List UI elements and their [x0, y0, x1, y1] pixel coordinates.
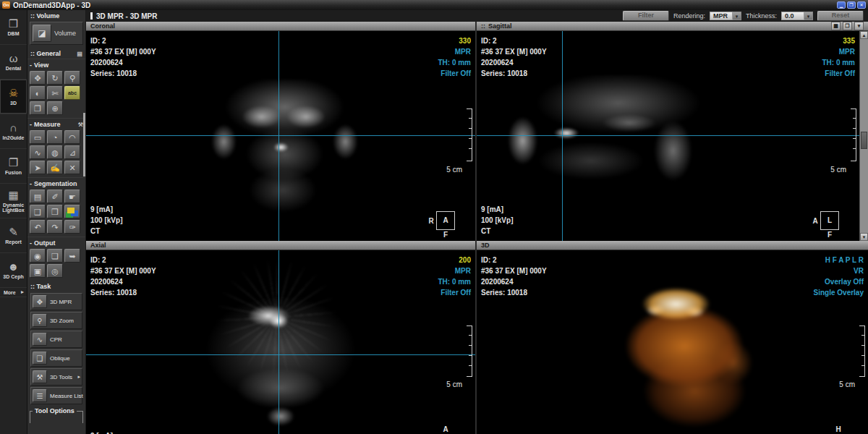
protractor-tool[interactable]: ◠	[64, 130, 80, 144]
burn-cd-tool[interactable]: ◎	[47, 264, 63, 278]
coronal-vertical-crosshair[interactable]	[278, 31, 279, 241]
brightness-contrast-tool[interactable]: ◐	[30, 86, 46, 100]
task-oblique[interactable]: ❑Oblique	[30, 349, 82, 367]
tab-marker	[90, 12, 93, 20]
axial-header[interactable]: Axial	[86, 241, 475, 250]
active-tab-label[interactable]: 3D MPR - 3D MPR	[96, 12, 157, 20]
head-profile-icon: ☻	[8, 261, 20, 273]
measure-subsection-header[interactable]: -Measure ⚒	[27, 118, 85, 129]
sidebar-item-lightbox[interactable]: ▦Dynamic LightBox	[0, 184, 27, 218]
axial-canvas[interactable]: ID: 2#36 37 EX [M] 000Y20200624Series: 1…	[86, 250, 475, 434]
rendering-select[interactable]: MPR ▾	[710, 12, 741, 20]
overlay-tool[interactable]: ❐	[30, 101, 46, 115]
angle-tool[interactable]: ⊿	[64, 145, 80, 159]
capture-tool[interactable]: ◉	[30, 249, 46, 263]
annotation-tool[interactable]: abc	[64, 86, 80, 100]
window-controls: ▁❐✕	[837, 1, 866, 9]
crop-tool[interactable]: ❑	[30, 205, 46, 218]
task-3d-zoom[interactable]: ⚲3D Zoom	[30, 312, 82, 329]
rotate-tool[interactable]: ↻	[47, 71, 63, 85]
guide-arch-icon: ∩	[9, 122, 17, 134]
undo-seg-tool[interactable]: ↶	[30, 220, 46, 234]
volume-crop-tool[interactable]: ❒	[47, 205, 63, 218]
delete-measure-tool[interactable]: ✕	[64, 161, 80, 174]
knife-tool[interactable]: ✐	[47, 190, 63, 203]
close-button[interactable]: ✕	[857, 1, 866, 9]
tool-panel-scrollbar[interactable]	[83, 113, 85, 176]
3d-canvas[interactable]: ID: 2#36 37 EX [M] 000Y20200624Series: 1…	[477, 250, 868, 434]
sidebar-item-in2guide[interactable]: ∩In2Guide	[0, 114, 27, 149]
output-subsection-header[interactable]: -Output	[27, 237, 85, 247]
sagittal-canvas[interactable]: ID: 2#36 37 EX [M] 000Y20200624Series: 1…	[477, 31, 868, 241]
task-3d-mpr[interactable]: ✥3D MPR	[30, 293, 82, 310]
color-mask-tool[interactable]	[64, 205, 80, 218]
drag-handle-icon[interactable]: ::	[481, 22, 485, 30]
submenu-arrow-icon: ▸	[77, 374, 80, 380]
dropdown-arrow-icon[interactable]: ▾	[733, 12, 741, 20]
sidebar-item-report[interactable]: ✎Report	[0, 218, 27, 253]
3d-header[interactable]: 3D	[477, 241, 868, 250]
measure-tools-icon[interactable]: ⚒	[78, 122, 83, 128]
copy-tool[interactable]: ❏	[47, 249, 63, 263]
sidebar-item-fusion[interactable]: ❐Fusion	[0, 149, 27, 184]
view-subsection-header[interactable]: -View	[27, 59, 85, 69]
task-cpr[interactable]: ∿CPR	[30, 331, 82, 348]
axial-horizontal-crosshair[interactable]	[86, 354, 475, 355]
layout-menu-icon[interactable]: ▾	[854, 22, 864, 30]
viewport-sagittal: :: Sagittal ▦❐▾ ID: 2#36 37 EX [M] 000Y2…	[477, 22, 868, 241]
sidebar-item-more[interactable]: More▸	[0, 288, 27, 297]
sidebar-item-dbm[interactable]: ❒DBM	[0, 10, 27, 45]
sagittal-header[interactable]: :: Sagittal ▦❐▾	[477, 22, 868, 31]
swap-layout-icon[interactable]: ❐	[843, 22, 852, 30]
volume-cube-icon: ◪	[33, 25, 51, 42]
pan-tool[interactable]: ✥	[30, 71, 46, 85]
note-tool[interactable]: ✍	[47, 161, 63, 174]
region-grow-tool[interactable]: ☛	[64, 190, 80, 203]
threshold-tool[interactable]: ▤	[30, 190, 46, 203]
restore-button[interactable]: ❐	[847, 1, 856, 9]
reset-button[interactable]: Reset	[817, 11, 864, 21]
reset-orientation-tool[interactable]: ⊕	[47, 101, 63, 115]
segmentation-subsection-header[interactable]: -Segmentation	[27, 177, 85, 188]
measure-tool-grid: ▭◔◠∿◍⊿➤✍✕	[27, 129, 85, 177]
minimize-button[interactable]: ▁	[837, 1, 846, 9]
select-measure-tool[interactable]: ➤	[30, 161, 46, 174]
task-3d-tools[interactable]: ⚒3D Tools▸	[30, 368, 82, 386]
viewport-coronal: Coronal ID: 2#36 37 EX [M] 000Y20200624S…	[86, 22, 475, 241]
dropdown-arrow-icon[interactable]: ▾	[804, 12, 813, 20]
filter-button[interactable]: Filter	[623, 11, 669, 21]
coronal-header[interactable]: Coronal	[86, 22, 475, 31]
general-panel-icon[interactable]: ▤	[77, 51, 82, 57]
sagittal-slice-scrollbar[interactable]: ▲ ▼	[859, 31, 868, 241]
area-tool[interactable]: ◔	[47, 130, 63, 144]
sidebar-item-dental[interactable]: ωDental	[0, 45, 27, 80]
task-measure-list[interactable]: ☰Measure List	[30, 387, 82, 404]
sagittal-vertical-crosshair[interactable]	[562, 31, 563, 241]
zoom-tool[interactable]: ⚲	[64, 71, 80, 85]
task-list: ✥3D MPR⚲3D Zoom∿CPR❑Oblique⚒3D Tools▸☰Me…	[27, 293, 85, 404]
sagittal-horizontal-crosshair[interactable]	[477, 135, 859, 136]
volume-button[interactable]: ◪ Volume	[30, 22, 83, 45]
thickness-select[interactable]: 0.0 ▾	[781, 12, 813, 20]
sidebar-item-3d[interactable]: ☠3D	[0, 80, 27, 114]
sculpt-tool[interactable]: ✑	[64, 220, 80, 234]
sidebar-item-3dceph[interactable]: ☻3D Ceph	[0, 253, 27, 288]
export-tool[interactable]: ➥	[64, 249, 80, 263]
list-icon: ☰	[33, 389, 47, 402]
coronal-canvas[interactable]: ID: 2#36 37 EX [M] 000Y20200624Series: 1…	[86, 31, 475, 241]
ruler-tool[interactable]: ▭	[30, 130, 46, 144]
redo-seg-tool[interactable]: ↷	[47, 220, 63, 234]
axial-vertical-crosshair[interactable]	[278, 250, 279, 434]
coronal-horizontal-crosshair[interactable]	[86, 135, 475, 136]
profile-tool[interactable]: ∿	[30, 145, 46, 159]
sphere-measure-tool[interactable]: ◍	[47, 145, 63, 159]
sagittal-acquisition-info: 9 [mA]100 [kVp]CT	[481, 204, 513, 237]
layout-grid-icon[interactable]: ▦	[831, 22, 841, 30]
print-tool[interactable]: ▣	[30, 264, 46, 278]
3d-orientation-cube: H	[829, 425, 848, 434]
sagittal-scale-bar	[851, 109, 856, 161]
windowing-tool[interactable]: ✄	[47, 86, 63, 100]
coronal-ct-image	[195, 80, 374, 218]
general-section-header: :: General ▤	[27, 48, 85, 59]
sagittal-scale-label: 5 cm	[830, 166, 846, 174]
